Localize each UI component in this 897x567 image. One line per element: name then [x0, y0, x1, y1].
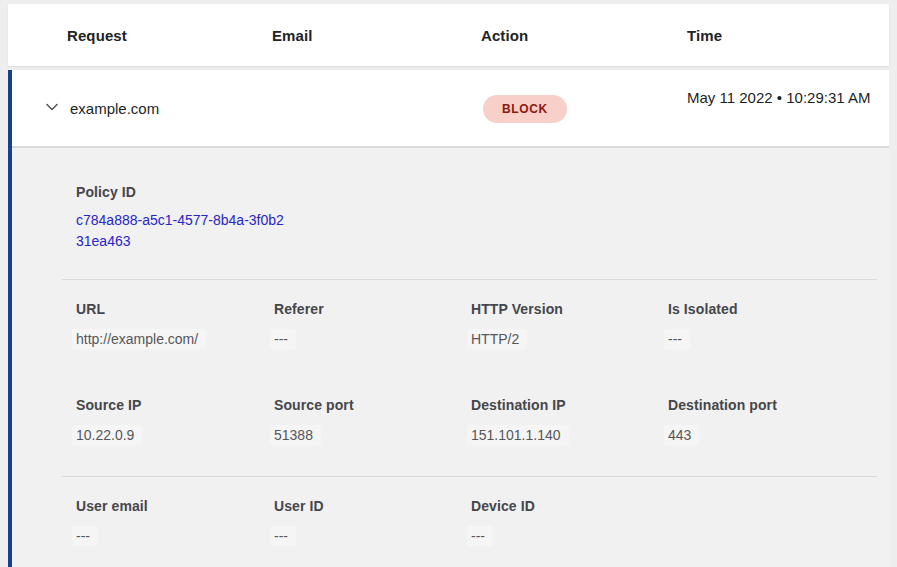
- field-label-destination-ip: Destination IP: [471, 397, 668, 413]
- log-table-row[interactable]: example.com BLOCK May 11 2022 • 10:29:31…: [12, 70, 889, 148]
- field-label-user-id: User ID: [274, 498, 471, 514]
- field-value-url: http://example.com/: [72, 329, 206, 349]
- request-timestamp: May 11 2022 • 10:29:31 AM: [687, 86, 879, 110]
- expanded-log-record: example.com BLOCK May 11 2022 • 10:29:31…: [8, 70, 889, 567]
- field-value-device-id: ---: [467, 526, 493, 546]
- field-label-url: URL: [76, 301, 274, 317]
- field-label-device-id: Device ID: [471, 498, 668, 514]
- column-header-request: Request: [67, 4, 127, 66]
- policy-id-label: Policy ID: [76, 184, 877, 200]
- field-value-is-isolated: ---: [664, 329, 690, 349]
- request-detail-panel: Policy ID c784a888-a5c1-4577-8b4a-3f0b23…: [12, 148, 889, 567]
- field-value-destination-port: 443: [664, 425, 699, 445]
- field-value-http-version: HTTP/2: [467, 329, 527, 349]
- field-label-http-version: HTTP Version: [471, 301, 668, 317]
- request-domain: example.com: [70, 100, 159, 117]
- detail-row-http: URL http://example.com/ Referer --- HTTP…: [76, 301, 877, 349]
- field-value-user-email: ---: [72, 526, 98, 546]
- field-label-is-isolated: Is Isolated: [668, 301, 877, 317]
- policy-id-section: Policy ID c784a888-a5c1-4577-8b4a-3f0b23…: [76, 184, 877, 252]
- policy-id-link[interactable]: c784a888-a5c1-4577-8b4a-3f0b231ea463: [76, 210, 288, 252]
- column-header-email: Email: [272, 4, 313, 66]
- section-divider: [62, 279, 877, 280]
- collapse-row-button[interactable]: [40, 96, 64, 120]
- field-value-source-ip: 10.22.0.9: [72, 425, 142, 445]
- field-label-referer: Referer: [274, 301, 471, 317]
- field-value-referer: ---: [270, 329, 296, 349]
- field-value-user-id: ---: [270, 526, 296, 546]
- field-value-source-port: 51388: [270, 425, 321, 445]
- chevron-down-icon: [44, 99, 60, 118]
- field-label-source-ip: Source IP: [76, 397, 274, 413]
- action-block-badge: BLOCK: [483, 95, 567, 123]
- column-header-time: Time: [687, 4, 722, 66]
- field-label-source-port: Source port: [274, 397, 471, 413]
- column-header-action: Action: [481, 4, 528, 66]
- detail-row-user: User email --- User ID --- Device ID ---: [76, 498, 877, 546]
- field-value-destination-ip: 151.101.1.140: [467, 425, 569, 445]
- log-table-header: Request Email Action Time: [8, 4, 889, 66]
- field-label-destination-port: Destination port: [668, 397, 877, 413]
- detail-row-network: Source IP 10.22.0.9 Source port 51388 De…: [76, 397, 877, 445]
- field-label-user-email: User email: [76, 498, 274, 514]
- section-divider: [62, 476, 877, 477]
